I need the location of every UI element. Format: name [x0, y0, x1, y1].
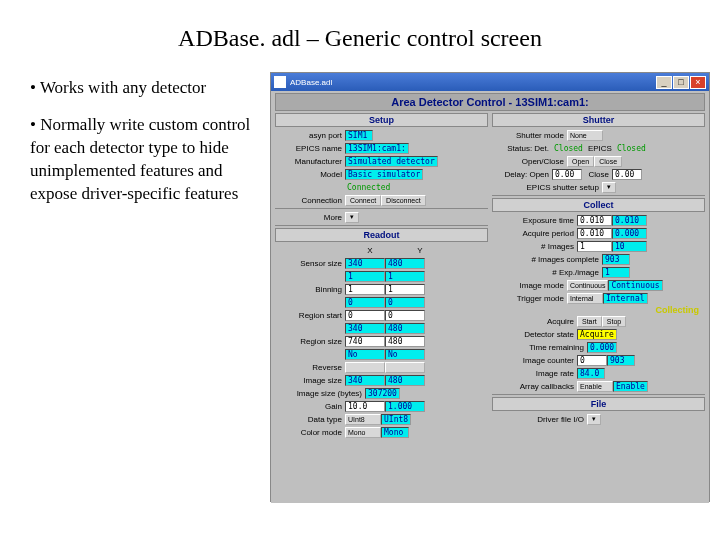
- reverse-x-sel[interactable]: [345, 362, 385, 373]
- model-label: Model: [275, 170, 345, 179]
- collect-header: Collect: [492, 198, 705, 212]
- x-header: X: [345, 246, 395, 255]
- color-mode-select[interactable]: Mono: [345, 427, 381, 438]
- array-callbacks-label: Array callbacks: [492, 382, 577, 391]
- manufacturer-value: Simulated detector: [345, 156, 438, 167]
- num-images-input[interactable]: 1: [577, 241, 612, 252]
- array-callbacks-value: Enable: [613, 381, 648, 392]
- driver-file-button[interactable]: ▾: [587, 414, 601, 425]
- region-size-label: Region size: [275, 337, 345, 346]
- driver-file-label: Driver file I/O: [492, 415, 587, 424]
- trigger-mode-label: Trigger mode: [492, 294, 567, 303]
- start-button[interactable]: Start: [577, 316, 602, 327]
- data-type-label: Data type: [275, 415, 345, 424]
- image-counter-value: 903: [607, 355, 635, 366]
- trigger-mode-select[interactable]: Internal: [567, 293, 603, 304]
- asyn-port-value: SIM1: [345, 130, 373, 141]
- openclose-label: Open/Close: [492, 157, 567, 166]
- sensor-x: 340: [345, 258, 385, 269]
- status-epics-label: EPICS: [585, 144, 615, 153]
- right-column: Shutter Shutter modeNone Status: Det.Clo…: [492, 113, 705, 439]
- gain-input[interactable]: 10.0: [345, 401, 385, 412]
- open-button[interactable]: Open: [567, 156, 594, 167]
- shutter-mode-label: Shutter mode: [492, 131, 567, 140]
- window-icon: [274, 76, 286, 88]
- exp-per-image: 1: [602, 267, 630, 278]
- close-button[interactable]: ×: [690, 76, 706, 89]
- region-start-x[interactable]: 0: [345, 310, 385, 321]
- images-complete-label: # Images complete: [492, 255, 602, 264]
- model-value: Basic simulator: [345, 169, 423, 180]
- window-title: ADBase.adl: [290, 78, 332, 87]
- reverse-y-val: No: [385, 349, 425, 360]
- left-column: Setup asyn portSIM1 EPICS name13SIM1:cam…: [275, 113, 488, 439]
- image-size-x: 340: [345, 375, 385, 386]
- close-shutter-button[interactable]: Close: [594, 156, 622, 167]
- shutter-header: Shutter: [492, 113, 705, 127]
- y-header: Y: [395, 246, 445, 255]
- region-start-label: Region start: [275, 311, 345, 320]
- connect-button[interactable]: Connect: [345, 195, 381, 206]
- sensor-size-label: Sensor size: [275, 259, 345, 268]
- region-size-x[interactable]: 740: [345, 336, 385, 347]
- array-callbacks-select[interactable]: Enable: [577, 381, 613, 392]
- connected-status: Connected: [345, 182, 392, 193]
- delay-open-input[interactable]: 0.00: [552, 169, 582, 180]
- image-rate: 84.0: [577, 368, 605, 379]
- more-button[interactable]: ▾: [345, 212, 359, 223]
- time-remaining: 0.000: [587, 342, 617, 353]
- shutter-mode-select[interactable]: None: [567, 130, 603, 141]
- minimize-button[interactable]: _: [656, 76, 672, 89]
- window-titlebar[interactable]: ADBase.adl _ □ ×: [271, 73, 709, 91]
- epics-name-value: 13SIM1:cam1:: [345, 143, 409, 154]
- images-complete: 903: [602, 254, 630, 265]
- gain-value: 1.000: [385, 401, 425, 412]
- maximize-button[interactable]: □: [673, 76, 689, 89]
- acquire-period-value: 0.000: [612, 228, 647, 239]
- file-header: File: [492, 397, 705, 411]
- reverse-label: Reverse: [275, 363, 345, 372]
- image-size-label: Image size: [275, 376, 345, 385]
- exp-per-image-label: # Exp./image: [492, 268, 602, 277]
- status-det: Closed: [552, 143, 585, 154]
- epics-setup-label: EPICS shutter setup: [492, 183, 602, 192]
- bullet-1: • Works with any detector: [30, 77, 255, 100]
- reverse-x-val: No: [345, 349, 385, 360]
- reverse-y-sel[interactable]: [385, 362, 425, 373]
- color-mode-label: Color mode: [275, 428, 345, 437]
- data-type-select[interactable]: UInt8: [345, 414, 381, 425]
- disconnect-button[interactable]: Disconnect: [381, 195, 426, 206]
- image-mode-select[interactable]: Continuous: [567, 280, 608, 291]
- screenshot-window: ADBase.adl _ □ × Area Detector Control -…: [270, 72, 710, 502]
- bullet-2: • Normally write custom control for each…: [30, 114, 255, 206]
- epics-setup-button[interactable]: ▾: [602, 182, 616, 193]
- app-title: Area Detector Control - 13SIM1:cam1:: [275, 93, 705, 111]
- binning-x[interactable]: 1: [345, 284, 385, 295]
- image-mode-label: Image mode: [492, 281, 567, 290]
- one-x: 1: [345, 271, 385, 282]
- acquire-period-input[interactable]: 0.010: [577, 228, 612, 239]
- more-label: More: [275, 213, 345, 222]
- image-bytes: 307200: [365, 388, 400, 399]
- num-images-label: # Images: [492, 242, 577, 251]
- exposure-value: 0.010: [612, 215, 647, 226]
- delay-close-input[interactable]: 0.00: [612, 169, 642, 180]
- stop-button[interactable]: Stop: [602, 316, 626, 327]
- region-start-y[interactable]: 0: [385, 310, 425, 321]
- image-bytes-label: Image size (bytes): [275, 389, 365, 398]
- gain-label: Gain: [275, 402, 345, 411]
- delay-close-label: Close: [582, 170, 612, 179]
- binning-y[interactable]: 1: [385, 284, 425, 295]
- binning-label: Binning: [275, 285, 345, 294]
- region-size-y[interactable]: 480: [385, 336, 425, 347]
- image-counter-input[interactable]: 0: [577, 355, 607, 366]
- image-counter-label: Image counter: [492, 356, 577, 365]
- exposure-input[interactable]: 0.010: [577, 215, 612, 226]
- sensor-y: 480: [385, 258, 425, 269]
- manufacturer-label: Manufacturer: [275, 157, 345, 166]
- size-y: 480: [385, 323, 425, 334]
- epics-name-label: EPICS name: [275, 144, 345, 153]
- time-remaining-label: Time remaining: [492, 343, 587, 352]
- image-mode-value: Continuous: [608, 280, 662, 291]
- slide-title: ADBase. adl – Generic control screen: [0, 0, 720, 67]
